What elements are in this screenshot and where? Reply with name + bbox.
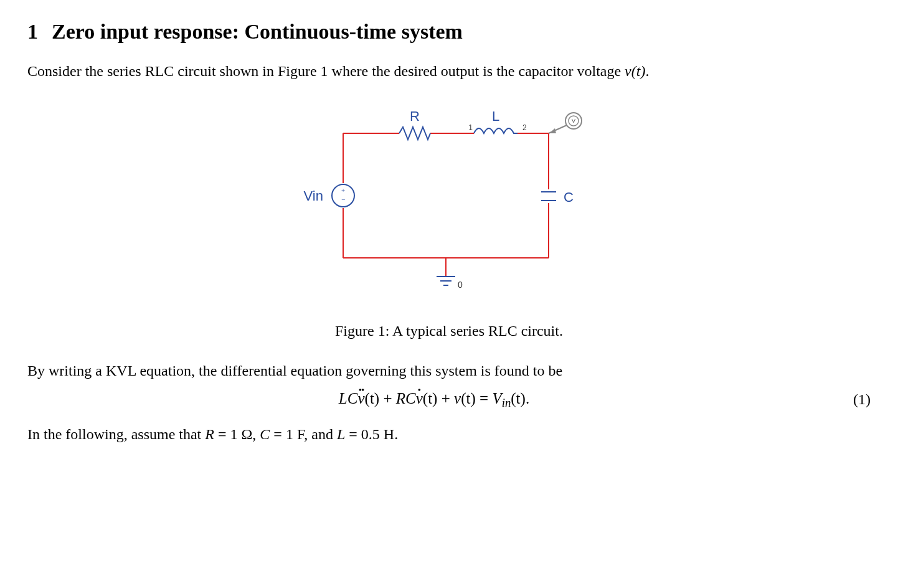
ground-label: 0: [458, 280, 463, 290]
rlc-circuit-svg: + − Vin R 1 L 2 V C: [287, 96, 611, 308]
svg-text:−: −: [341, 196, 345, 203]
eq-period: .: [526, 390, 529, 407]
intro-var: v(t): [625, 63, 645, 79]
inductor-icon: [474, 128, 518, 133]
resistor-icon: [399, 127, 430, 140]
section-title: Zero input response: Continuous-time sys…: [52, 20, 463, 44]
figure-caption: Figure 1: A typical series RLC circuit.: [27, 323, 871, 339]
eq-t3: (t): [461, 390, 476, 407]
equation-1: LCv(t) + RCv(t) + v(t) = Vin(t). (1): [27, 390, 871, 410]
eq-Vin-in: in: [502, 396, 511, 409]
voltage-source-icon: + −: [332, 184, 354, 207]
eq-v-ddot: v: [357, 390, 364, 407]
ground-icon: [437, 277, 455, 285]
assume-pre: In the following, assume that: [27, 426, 205, 442]
svg-marker-15: [549, 128, 556, 133]
svg-text:+: +: [341, 186, 345, 194]
vin-label: Vin: [304, 188, 323, 204]
probe-label: V: [572, 118, 575, 124]
section-heading: 1 Zero input response: Continuous-time s…: [27, 20, 871, 44]
equation-body: LCv(t) + RCv(t) + v(t) = Vin(t).: [27, 390, 841, 410]
eq-t2: (t): [423, 390, 438, 407]
section-number: 1: [27, 20, 38, 44]
eq-RC: RC: [396, 390, 416, 407]
assume-Rval: = 1 Ω,: [214, 426, 260, 442]
eq-plus2: +: [437, 390, 454, 407]
eq-eq: =: [476, 390, 493, 407]
assume-Lval: = 0.5 H.: [345, 426, 398, 442]
kvl-sentence: By writing a KVL equation, the different…: [27, 361, 871, 381]
assume-C: C: [260, 426, 270, 442]
eq-LC: LC: [339, 390, 358, 407]
assume-L: L: [337, 426, 345, 442]
intro-paragraph: Consider the series RLC circuit shown in…: [27, 61, 871, 81]
eq-t4: (t): [511, 390, 526, 407]
eq-t1: (t): [365, 390, 380, 407]
assume-Cval: = 1 F, and: [270, 426, 337, 442]
intro-pre: Consider the series RLC circuit shown in…: [27, 63, 625, 79]
intro-post: .: [645, 63, 649, 79]
resistor-label: R: [410, 108, 420, 124]
eq-Vin-V: V: [492, 390, 501, 407]
capacitor-label: C: [564, 189, 574, 205]
eq-v: v: [454, 390, 461, 407]
node2-label: 2: [522, 123, 527, 132]
assumptions-paragraph: In the following, assume that R = 1 Ω, C…: [27, 424, 871, 444]
inductor-label: L: [492, 108, 499, 124]
figure-rlc-circuit: + − Vin R 1 L 2 V C: [27, 96, 871, 311]
eq-v-dot: v: [416, 390, 423, 407]
eq-plus1: +: [379, 390, 396, 407]
voltage-probe-icon: [549, 113, 582, 133]
capacitor-icon: [541, 192, 556, 201]
equation-number: (1): [841, 391, 871, 408]
assume-R: R: [205, 426, 214, 442]
node1-label: 1: [468, 123, 473, 132]
